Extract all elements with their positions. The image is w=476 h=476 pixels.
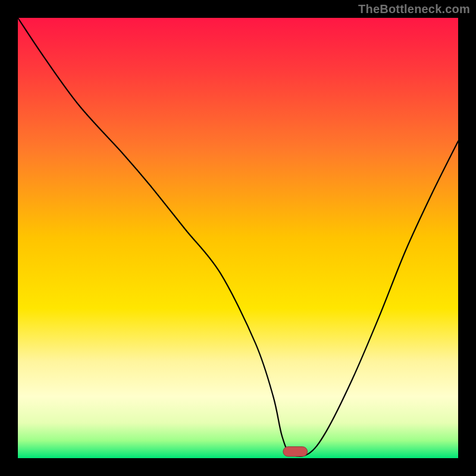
watermark-text: TheBottleneck.com bbox=[358, 2, 470, 16]
chart-frame: TheBottleneck.com bbox=[0, 0, 476, 476]
bottleneck-chart bbox=[0, 0, 476, 476]
plot-background bbox=[18, 18, 458, 458]
optimal-marker bbox=[283, 447, 308, 456]
